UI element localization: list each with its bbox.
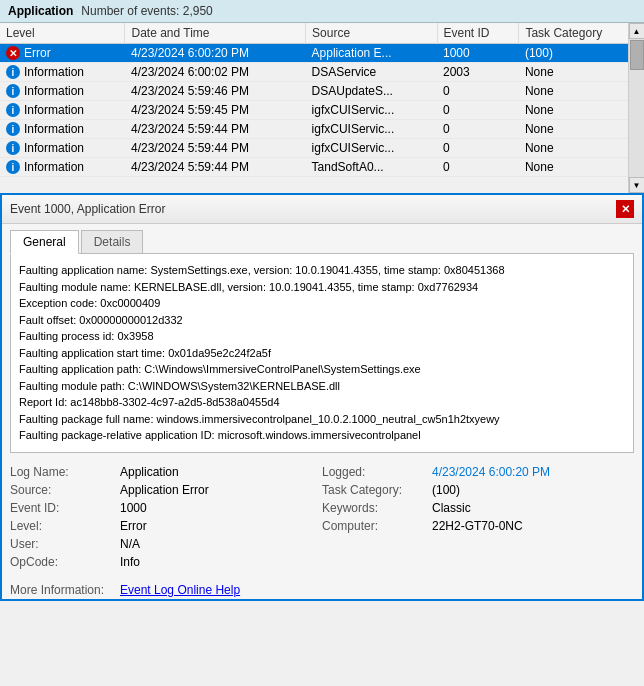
- tab-details[interactable]: Details: [81, 230, 144, 253]
- info-icon: i: [6, 160, 20, 174]
- table-row[interactable]: ✕Error4/23/2024 6:00:20 PMApplication E.…: [0, 44, 644, 63]
- log-name-row: Log Name: Application: [10, 463, 322, 481]
- task-category-value: (100): [432, 483, 460, 497]
- cell-eventid: 0: [437, 158, 519, 177]
- level-label: Level:: [10, 519, 120, 533]
- scroll-down-button[interactable]: ▼: [629, 177, 645, 193]
- cell-taskcategory: None: [519, 139, 644, 158]
- source-row: Source: Application Error: [10, 481, 322, 499]
- computer-label: Computer:: [322, 519, 432, 533]
- log-name-value: Application: [120, 465, 179, 479]
- error-line-4: Fault offset: 0x00000000012d332: [19, 312, 625, 329]
- cell-taskcategory: None: [519, 101, 644, 120]
- cell-taskcategory: None: [519, 63, 644, 82]
- error-line-9: Report Id: ac148bb8-3302-4c97-a2d5-8d538…: [19, 394, 625, 411]
- level-text: Information: [24, 160, 84, 174]
- cell-level: iInformation: [0, 139, 125, 158]
- event-log-table-container: Level Date and Time Source Event ID Task…: [0, 23, 644, 193]
- app-title: Application: [8, 4, 73, 18]
- events-count-label: Number of events: 2,950: [81, 4, 212, 18]
- info-icon: i: [6, 103, 20, 117]
- cell-datetime: 4/23/2024 5:59:46 PM: [125, 82, 306, 101]
- logged-value: 4/23/2024 6:00:20 PM: [432, 465, 550, 479]
- cell-eventid: 0: [437, 101, 519, 120]
- col-source: Source: [306, 23, 437, 44]
- col-level: Level: [0, 23, 125, 44]
- cell-taskcategory: (100): [519, 44, 644, 63]
- keywords-value: Classic: [432, 501, 471, 515]
- col-datetime: Date and Time: [125, 23, 306, 44]
- info-icon: i: [6, 141, 20, 155]
- opcode-row: OpCode: Info: [10, 553, 322, 571]
- opcode-label: OpCode:: [10, 555, 120, 569]
- cell-eventid: 0: [437, 139, 519, 158]
- source-value: Application Error: [120, 483, 209, 497]
- user-value: N/A: [120, 537, 140, 551]
- cell-source: igfxCUIServic...: [306, 139, 437, 158]
- more-info-label: More Information:: [10, 583, 120, 597]
- keywords-row: Keywords: Classic: [322, 499, 634, 517]
- computer-value: 22H2-GT70-0NC: [432, 519, 523, 533]
- error-line-1: Faulting application name: SystemSetting…: [19, 262, 625, 279]
- computer-row: Computer: 22H2-GT70-0NC: [322, 517, 634, 535]
- dialog-title: Event 1000, Application Error: [10, 202, 165, 216]
- event-id-row: Event ID: 1000: [10, 499, 322, 517]
- cell-level: ✕Error: [0, 44, 125, 63]
- col-taskcategory: Task Category: [519, 23, 644, 44]
- error-line-5: Faulting process id: 0x3958: [19, 328, 625, 345]
- error-line-8: Faulting module path: C:\WINDOWS\System3…: [19, 378, 625, 395]
- source-label: Source:: [10, 483, 120, 497]
- logged-label: Logged:: [322, 465, 432, 479]
- error-line-7: Faulting application path: C:\Windows\Im…: [19, 361, 625, 378]
- cell-eventid: 0: [437, 120, 519, 139]
- cell-level: iInformation: [0, 101, 125, 120]
- dialog-titlebar: Event 1000, Application Error ✕: [2, 195, 642, 224]
- level-text: Error: [24, 46, 51, 60]
- keywords-label: Keywords:: [322, 501, 432, 515]
- cell-eventid: 1000: [437, 44, 519, 63]
- error-detail-text: Faulting application name: SystemSetting…: [11, 254, 633, 452]
- error-line-11: Faulting package-relative application ID…: [19, 427, 625, 444]
- event-detail-dialog: Event 1000, Application Error ✕ General …: [0, 193, 644, 601]
- level-text: Information: [24, 103, 84, 117]
- cell-level: iInformation: [0, 158, 125, 177]
- cell-source: Application E...: [306, 44, 437, 63]
- cell-datetime: 4/23/2024 5:59:44 PM: [125, 139, 306, 158]
- error-line-10: Faulting package full name: windows.imme…: [19, 411, 625, 428]
- table-scrollbar[interactable]: ▲ ▼: [628, 23, 644, 193]
- event-log-online-help-link[interactable]: Event Log Online Help: [120, 583, 240, 597]
- error-line-3: Exception code: 0xc0000409: [19, 295, 625, 312]
- cell-level: iInformation: [0, 63, 125, 82]
- details-right-col: Logged: 4/23/2024 6:00:20 PM Task Catego…: [322, 463, 634, 571]
- cell-datetime: 4/23/2024 5:59:44 PM: [125, 120, 306, 139]
- tab-general[interactable]: General: [10, 230, 79, 254]
- cell-datetime: 4/23/2024 5:59:45 PM: [125, 101, 306, 120]
- cell-source: DSAService: [306, 63, 437, 82]
- info-icon: i: [6, 122, 20, 136]
- error-icon: ✕: [6, 46, 20, 60]
- col-eventid: Event ID: [437, 23, 519, 44]
- dialog-tabs: General Details: [2, 224, 642, 253]
- dialog-close-button[interactable]: ✕: [616, 200, 634, 218]
- top-bar: Application Number of events: 2,950: [0, 0, 644, 23]
- main-container: Application Number of events: 2,950 Leve…: [0, 0, 644, 601]
- table-row[interactable]: iInformation4/23/2024 5:59:44 PMTandSoft…: [0, 158, 644, 177]
- event-log-table: Level Date and Time Source Event ID Task…: [0, 23, 644, 177]
- cell-eventid: 2003: [437, 63, 519, 82]
- event-id-label: Event ID:: [10, 501, 120, 515]
- table-row[interactable]: iInformation4/23/2024 6:00:02 PMDSAServi…: [0, 63, 644, 82]
- table-row[interactable]: iInformation4/23/2024 5:59:46 PMDSAUpdat…: [0, 82, 644, 101]
- table-row[interactable]: iInformation4/23/2024 5:59:44 PMigfxCUIS…: [0, 120, 644, 139]
- cell-level: iInformation: [0, 82, 125, 101]
- cell-eventid: 0: [437, 82, 519, 101]
- task-category-row: Task Category: (100): [322, 481, 634, 499]
- cell-source: igfxCUIServic...: [306, 101, 437, 120]
- scrollbar-thumb[interactable]: [630, 40, 644, 70]
- level-text: Information: [24, 141, 84, 155]
- table-row[interactable]: iInformation4/23/2024 5:59:45 PMigfxCUIS…: [0, 101, 644, 120]
- scroll-up-button[interactable]: ▲: [629, 23, 645, 39]
- more-info-row: More Information: Event Log Online Help: [2, 581, 642, 599]
- table-row[interactable]: iInformation4/23/2024 5:59:44 PMigfxCUIS…: [0, 139, 644, 158]
- error-line-6: Faulting application start time: 0x01da9…: [19, 345, 625, 362]
- level-text: Information: [24, 65, 84, 79]
